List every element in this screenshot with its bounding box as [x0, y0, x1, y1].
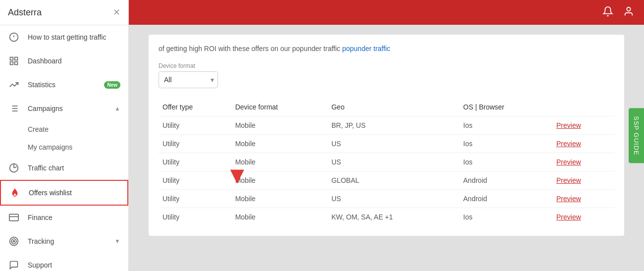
table-row: Utility Mobile GLOBAL Android Preview [159, 171, 614, 190]
preview-link[interactable]: Preview [556, 195, 581, 203]
chat-icon [8, 259, 20, 271]
device-format-select[interactable]: All Mobile Desktop Tablet [159, 71, 218, 88]
cell-os-browser: Ios [459, 135, 552, 153]
top-bar [129, 0, 644, 25]
main-content: of getting high ROI with these offers on… [129, 0, 644, 271]
sidebar-item-tracking[interactable]: Tracking ▼ [0, 229, 128, 253]
cell-offer-type: Utility [159, 208, 231, 226]
new-badge: New [104, 81, 120, 89]
table-row: Utility Mobile US Ios Preview [159, 135, 614, 153]
svg-rect-6 [10, 62, 13, 65]
sidebar-item-my-campaigns[interactable]: My campaigns [0, 138, 128, 156]
sidebar-item-label: Dashboard [28, 57, 120, 65]
cell-offer-type: Utility [159, 116, 231, 135]
cell-geo: GLOBAL [327, 171, 459, 190]
device-format-select-wrapper[interactable]: All Mobile Desktop Tablet [159, 71, 218, 88]
svg-line-15 [14, 167, 17, 168]
sidebar: Adsterra ✕ How to start getting traffic … [0, 0, 129, 271]
cell-os-browser: Ios [459, 208, 552, 226]
sidebar-logo: Adsterra [8, 7, 42, 18]
ssp-guide-tab[interactable]: SSP GUIDE [629, 108, 644, 163]
device-format-label: Device format [159, 62, 218, 69]
notification-bell-icon[interactable] [602, 6, 613, 19]
chart-icon [8, 162, 20, 174]
cell-device-format: Mobile [231, 190, 327, 208]
svg-rect-4 [15, 57, 18, 60]
cell-device-format: Mobile [231, 116, 327, 135]
table-row: Utility Mobile BR, JP, US Ios Preview [159, 116, 614, 135]
target-icon [8, 235, 20, 247]
sidebar-header: Adsterra ✕ [0, 0, 128, 25]
table-row: Utility Mobile US Ios Preview [159, 153, 614, 171]
sidebar-item-label: Traffic chart [28, 164, 120, 172]
cell-device-format: Mobile [231, 153, 327, 171]
content-card: of getting high ROI with these offers on… [149, 35, 624, 236]
sidebar-item-finance[interactable]: Finance [0, 206, 128, 229]
sidebar-item-label: Tracking [28, 237, 114, 245]
sidebar-item-support[interactable]: Support [0, 253, 128, 271]
svg-point-19 [11, 239, 16, 244]
cell-os-browser: Ios [459, 153, 552, 171]
sidebar-item-create[interactable]: Create [0, 120, 128, 138]
svg-rect-16 [9, 214, 18, 220]
sidebar-item-statistics[interactable]: Statistics New [0, 73, 128, 97]
trend-icon [8, 79, 20, 91]
info-icon [8, 31, 20, 43]
cell-geo: US [327, 153, 459, 171]
cell-os-browser: Android [459, 171, 552, 190]
preview-link[interactable]: Preview [556, 213, 581, 221]
svg-point-18 [10, 237, 18, 246]
cell-geo: KW, OM, SA, AE +1 [327, 208, 459, 226]
table-body: Utility Mobile BR, JP, US Ios Preview Ut… [159, 116, 614, 226]
cell-os-browser: Android [459, 190, 552, 208]
user-avatar-icon[interactable] [623, 6, 634, 19]
table-row: Utility Mobile US Android Preview [159, 190, 614, 208]
cell-geo: US [327, 135, 459, 153]
card-icon [8, 212, 20, 223]
sidebar-item-label: How to start getting traffic [28, 33, 120, 41]
cell-offer-type: Utility [159, 171, 231, 190]
sidebar-item-label: Finance [28, 214, 120, 221]
sidebar-close-button[interactable]: ✕ [113, 7, 120, 18]
cell-device-format: Mobile [231, 208, 327, 226]
sidebar-item-dashboard[interactable]: Dashboard [0, 49, 128, 73]
preview-link[interactable]: Preview [556, 176, 581, 184]
sidebar-item-label: Support [28, 261, 120, 269]
cell-device-format: Mobile [231, 135, 327, 153]
sub-item-label: Create [28, 125, 49, 133]
promo-text: of getting high ROI with these offers on… [159, 45, 614, 53]
chevron-up-icon: ▲ [114, 105, 120, 112]
popunder-link[interactable]: popunder traffic [342, 45, 390, 53]
cell-action: Preview [552, 190, 614, 208]
cell-action: Preview [552, 153, 614, 171]
svg-point-24 [627, 7, 630, 10]
cell-offer-type: Utility [159, 190, 231, 208]
content-area: of getting high ROI with these offers on… [129, 25, 644, 271]
sidebar-item-how-to-start[interactable]: How to start getting traffic [0, 25, 128, 49]
sidebar-item-offers-wishlist[interactable]: Offers wishlist [0, 180, 128, 206]
cell-offer-type: Utility [159, 153, 231, 171]
sidebar-item-campaigns[interactable]: Campaigns ▲ [0, 97, 128, 120]
grid-icon [8, 55, 20, 67]
col-device-format: Device format [231, 98, 327, 116]
col-geo: Geo [327, 98, 459, 116]
preview-link[interactable]: Preview [556, 140, 581, 148]
preview-link[interactable]: Preview [556, 121, 581, 129]
preview-link[interactable]: Preview [556, 158, 581, 166]
cell-os-browser: Ios [459, 116, 552, 135]
sub-item-label: My campaigns [28, 143, 72, 151]
svg-rect-3 [10, 57, 13, 60]
cell-action: Preview [552, 116, 614, 135]
sidebar-item-label: Offers wishlist [29, 189, 119, 197]
cell-action: Preview [552, 208, 614, 226]
device-format-filter: Device format All Mobile Desktop Tablet [159, 62, 218, 88]
svg-rect-5 [15, 62, 18, 65]
offers-table: Offer type Device format Geo OS | Browse… [159, 98, 614, 226]
cell-offer-type: Utility [159, 135, 231, 153]
table-header: Offer type Device format Geo OS | Browse… [159, 98, 614, 116]
list-icon [8, 103, 20, 114]
sidebar-item-traffic-chart[interactable]: Traffic chart [0, 156, 128, 180]
sidebar-item-label: Statistics [28, 81, 100, 89]
fire-icon [9, 187, 21, 199]
filters-row: Device format All Mobile Desktop Tablet [159, 62, 614, 88]
